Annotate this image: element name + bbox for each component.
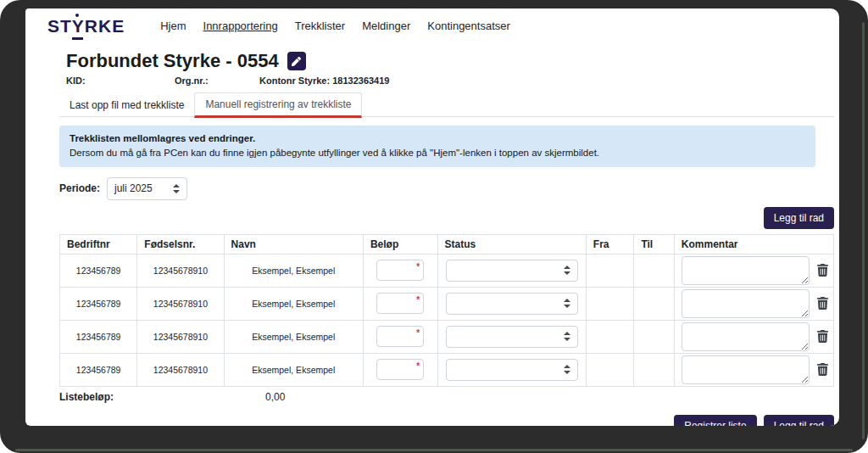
- cell-belop: *: [363, 320, 437, 353]
- required-asterisk: *: [416, 295, 420, 305]
- required-asterisk: *: [416, 262, 420, 271]
- select-caret-icon: [564, 332, 570, 341]
- add-row-button-bottom[interactable]: Legg til rad: [764, 415, 834, 427]
- cell-belop: *: [363, 254, 437, 287]
- tabs: Last opp fil med trekkliste Manuell regi…: [59, 92, 834, 117]
- main-nav: Hjem Innrapportering Trekklister Melding…: [160, 20, 510, 32]
- select-caret-icon: [564, 266, 570, 275]
- pencil-icon: [292, 57, 301, 66]
- kommentar-textarea[interactable]: [682, 322, 810, 351]
- kommentar-textarea[interactable]: [682, 256, 810, 285]
- listebelop-label: Listebeløp:: [59, 391, 265, 403]
- cell-bedriftnr: 123456789: [60, 353, 137, 386]
- org-info-row: KID: Org.nr.: Kontonr Styrke: 1813236341…: [66, 76, 834, 86]
- nav-item[interactable]: Innrapportering: [203, 20, 278, 32]
- column-header: Fødselsnr.: [137, 234, 224, 254]
- cell-fodselsnr: 12345678910: [137, 353, 224, 386]
- main-content: Forbundet Styrke - 0554 KID: Org.nr.: Ko…: [25, 50, 839, 426]
- status-select[interactable]: [446, 293, 578, 315]
- cell-til: [634, 287, 674, 320]
- cell-bedriftnr: 123456789: [60, 320, 137, 353]
- orgnr-label: Org.nr.:: [175, 76, 259, 86]
- select-caret-icon: [173, 184, 180, 193]
- table-body: 123456789 12345678910 Eksempel, Eksempel…: [60, 254, 834, 386]
- kontonr-label: Kontonr Styrke: 18132363419: [259, 76, 389, 86]
- cell-fra: [586, 287, 634, 320]
- edit-button[interactable]: [287, 52, 306, 70]
- tab[interactable]: Manuell registrering av trekkliste: [194, 92, 362, 118]
- add-row-button-top[interactable]: Legg til rad: [764, 207, 834, 229]
- column-header: Beløp: [363, 234, 437, 254]
- trash-icon[interactable]: [817, 363, 828, 376]
- table-row: 123456789 12345678910 Eksempel, Eksempel…: [60, 287, 834, 320]
- cell-til: [634, 353, 674, 386]
- cell-navn: Eksempel, Eksempel: [224, 254, 363, 287]
- window-frame: STYRKE Hjem Innrapportering Trekklister …: [0, 0, 868, 453]
- column-header: Til: [634, 234, 674, 254]
- banner-body: Dersom du må gå fra PCen kan du finne ig…: [70, 146, 805, 160]
- cell-kommentar: [674, 320, 833, 353]
- column-header: Fra: [586, 234, 634, 254]
- cell-kommentar: [674, 254, 833, 287]
- cell-fra: [586, 320, 634, 353]
- trash-icon[interactable]: [817, 330, 828, 343]
- trekkliste-table: Bedriftnr Fødselsnr. Navn Beløp Status F…: [59, 234, 834, 387]
- table-row: 123456789 12345678910 Eksempel, Eksempel…: [60, 353, 834, 386]
- trash-icon[interactable]: [817, 264, 828, 277]
- cell-fodselsnr: 12345678910: [137, 254, 224, 287]
- trash-icon[interactable]: [817, 297, 828, 310]
- status-select[interactable]: [446, 260, 578, 282]
- required-asterisk: *: [416, 361, 420, 371]
- cell-fra: [586, 254, 634, 287]
- cell-navn: Eksempel, Eksempel: [224, 287, 363, 320]
- cell-status: [437, 287, 586, 320]
- periode-select-value: juli 2025: [114, 182, 153, 194]
- column-header: Kommentar: [674, 234, 833, 254]
- info-banner: Trekklisten mellomlagres ved endringer. …: [59, 126, 815, 167]
- nav-item[interactable]: Kontingentsatser: [427, 20, 510, 32]
- cell-status: [437, 254, 586, 287]
- nav-item[interactable]: Hjem: [160, 20, 186, 32]
- top-navigation-bar: STYRKE Hjem Innrapportering Trekklister …: [25, 8, 839, 35]
- cell-til: [634, 320, 674, 353]
- table-header-row: Bedriftnr Fødselsnr. Navn Beløp Status F…: [60, 234, 834, 254]
- kommentar-textarea[interactable]: [682, 355, 810, 384]
- select-caret-icon: [564, 299, 570, 308]
- cell-belop: *: [363, 287, 437, 320]
- kommentar-textarea[interactable]: [682, 289, 810, 318]
- cell-navn: Eksempel, Eksempel: [224, 320, 363, 353]
- status-select[interactable]: [446, 326, 578, 348]
- cell-bedriftnr: 123456789: [60, 254, 137, 287]
- cell-status: [437, 353, 586, 386]
- cell-belop: *: [363, 353, 437, 386]
- table-footer: Listebeløp: 0,00: [59, 391, 834, 403]
- table-row: 123456789 12345678910 Eksempel, Eksempel…: [60, 254, 834, 287]
- status-select[interactable]: [446, 359, 578, 381]
- cell-til: [634, 254, 674, 287]
- cell-kommentar: [674, 353, 833, 386]
- kid-label: KID:: [66, 76, 175, 86]
- column-header: Bedriftnr: [60, 234, 137, 254]
- page-title: Forbundet Styrke - 0554: [66, 50, 279, 72]
- nav-item[interactable]: Meldinger: [362, 20, 410, 32]
- table-row: 123456789 12345678910 Eksempel, Eksempel…: [60, 320, 834, 353]
- cell-navn: Eksempel, Eksempel: [224, 353, 363, 386]
- nav-item[interactable]: Trekklister: [295, 20, 345, 32]
- banner-title: Trekklisten mellomlagres ved endringer.: [70, 131, 805, 146]
- logo-text: STYRKE: [47, 16, 125, 36]
- cell-status: [437, 320, 586, 353]
- periode-label: Periode:: [59, 182, 100, 194]
- cell-fodselsnr: 12345678910: [137, 287, 224, 320]
- periode-select[interactable]: juli 2025: [107, 177, 187, 200]
- cell-kommentar: [674, 287, 833, 320]
- listebelop-value: 0,00: [265, 391, 285, 403]
- tab[interactable]: Last opp fil med trekkliste: [59, 94, 194, 116]
- column-header: Navn: [224, 234, 363, 254]
- app-page: STYRKE Hjem Innrapportering Trekklister …: [25, 8, 839, 426]
- styrke-logo: STYRKE: [47, 17, 125, 35]
- column-header: Status: [437, 234, 586, 254]
- cell-fodselsnr: 12345678910: [137, 320, 224, 353]
- register-list-button[interactable]: Registrer liste: [674, 415, 756, 427]
- cell-bedriftnr: 123456789: [60, 287, 137, 320]
- select-caret-icon: [564, 365, 570, 374]
